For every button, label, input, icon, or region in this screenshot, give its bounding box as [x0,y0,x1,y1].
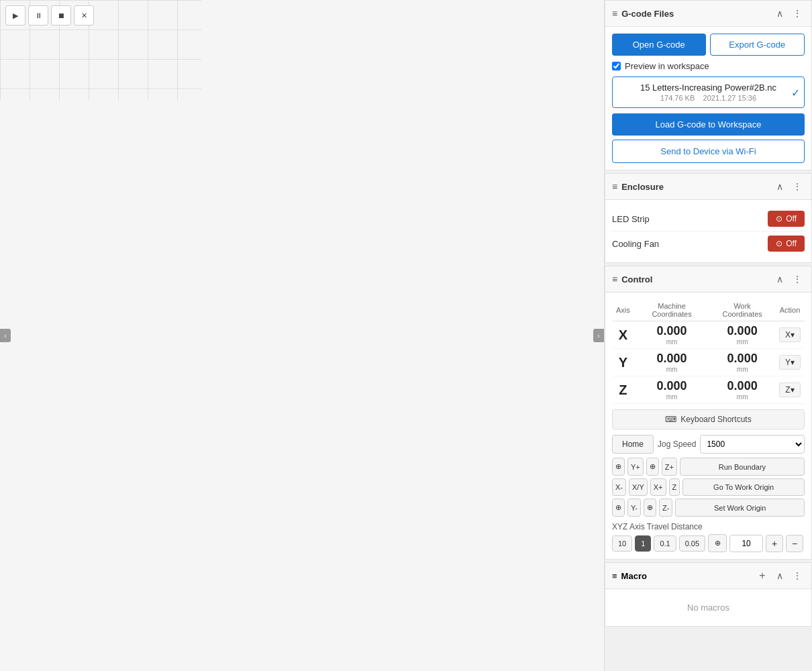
gcode-section-title: G-code Files [621,9,674,19]
preview-checkbox-row: Preview in workspace [612,61,805,71]
jog-row-2: X- X/Y X+ Z Go To Work Origin [612,478,805,496]
file-name: 15 Letters-Increasing Power#2B.nc [619,83,797,93]
axis-label-y: Y [612,349,634,376]
macro-menu-btn[interactable]: ⋮ [790,568,805,583]
fan-state: Off [786,239,797,248]
travel-plus-btn[interactable]: + [766,535,783,552]
macro-collapse-btn[interactable]: ∧ [772,568,787,583]
machine-coord-z: 0.000 mm [634,376,710,404]
load-gcode-button[interactable]: Load G-code to Workspace [612,113,805,136]
axis-label-x: X [612,321,634,349]
jog-circle2-btn[interactable]: ⊕ [646,458,659,476]
close-button[interactable]: ✕ [74,5,94,25]
travel-1-btn[interactable]: 1 [635,535,651,552]
jog-yminus-btn[interactable]: Y- [627,499,641,517]
action-btn-y[interactable]: Y▾ [779,355,801,370]
led-label: LED Strip [612,214,650,224]
control-menu-btn[interactable]: ⋮ [790,272,805,287]
enclosure-section-header[interactable]: ≡ Enclosure ∧ ⋮ [605,174,811,200]
file-size: 174.76 KB [660,94,695,102]
fan-row: Cooling Fan ⊙ Off [612,231,805,256]
travel-circle-btn[interactable]: ⊕ [708,534,727,552]
enclosure-body: LED Strip ⊙ Off Cooling Fan ⊙ Off [605,200,811,262]
gcode-body: Open G-code Export G-code Preview in wor… [605,27,811,170]
machine-coord-x: 0.000 mm [634,321,710,349]
jog-zminus-btn[interactable]: Z- [659,499,672,517]
control-body: Axis Machine Coordinates Work Coordinate… [605,293,811,559]
set-work-origin-btn[interactable]: Set Work Origin [675,499,805,517]
jog-circle4-btn[interactable]: ⊕ [644,499,656,517]
action-y[interactable]: Y▾ [775,349,805,376]
travel-10-btn[interactable]: 10 [612,535,632,552]
travel-minus-btn[interactable]: − [786,535,803,552]
stop-button[interactable]: ⏹ [51,5,71,25]
axis-col-header: Axis [612,299,634,321]
scroll-right-arrow[interactable]: › [593,329,604,342]
control-section-header[interactable]: ≡ Control ∧ ⋮ [605,266,811,293]
send-wifi-button[interactable]: Send to Device via Wi-Fi [612,140,805,163]
enclosure-section: ≡ Enclosure ∧ ⋮ LED Strip ⊙ Off Cooling … [605,173,812,263]
work-col-header: Work Coordinates [709,299,775,321]
go-work-origin-btn[interactable]: Go To Work Origin [682,478,805,496]
gcode-section-header[interactable]: ≡ G-code Files ∧ ⋮ [605,1,811,27]
jog-xy-btn[interactable]: X/Y [629,478,648,496]
gcode-menu-btn[interactable]: ⋮ [790,6,805,21]
gcode-collapse-btn[interactable]: ∧ [772,6,787,21]
jog-zplus-btn[interactable]: Z+ [662,458,677,476]
led-toggle-btn[interactable]: ⊙ Off [768,211,805,227]
export-gcode-button[interactable]: Export G-code [710,34,805,56]
work-coord-y: 0.000 mm [709,349,775,376]
travel-custom-input[interactable] [729,535,763,552]
action-btn-z[interactable]: Z▾ [779,382,800,397]
jog-circle1-btn[interactable]: ⊕ [612,458,625,476]
work-coord-x: 0.000 mm [709,321,775,349]
jog-xminus-btn[interactable]: X- [612,478,626,496]
file-item[interactable]: 15 Letters-Increasing Power#2B.nc 174.76… [612,76,805,108]
enclosure-menu-btn[interactable]: ⋮ [790,179,805,194]
enclosure-icon: ≡ [612,181,617,192]
enclosure-section-title: Enclosure [621,182,664,192]
home-button[interactable]: Home [612,435,654,454]
fan-label: Cooling Fan [612,239,659,249]
jog-yplus-btn[interactable]: Y+ [627,458,644,476]
action-z[interactable]: Z▾ [775,376,805,404]
jog-circle3-btn[interactable]: ⊕ [612,499,625,517]
control-collapse-btn[interactable]: ∧ [772,272,787,287]
open-gcode-button[interactable]: Open G-code [612,34,706,56]
led-toggle-icon: ⊙ [776,214,782,223]
run-boundary-btn[interactable]: Run Boundary [680,458,805,476]
preview-checkbox[interactable] [612,62,621,70]
control-section: ≡ Control ∧ ⋮ Axis Machine Coordinates W… [605,266,812,560]
control-section-title: Control [621,274,652,285]
action-x[interactable]: X▾ [775,321,805,349]
scroll-left-arrow[interactable]: ‹ [0,329,11,342]
kb-shortcuts-button[interactable]: ⌨ Keyboard Shortcuts [612,409,805,429]
gcode-section: ≡ G-code Files ∧ ⋮ Open G-code Export G-… [605,0,812,170]
kb-shortcuts-icon: ⌨ [665,415,676,424]
preview-label: Preview in workspace [625,61,709,71]
control-table: Axis Machine Coordinates Work Coordinate… [612,299,805,404]
toolbar: ▶ ⏸ ⏹ ✕ [5,5,94,25]
jog-z-btn[interactable]: Z [669,478,680,496]
axis-row-z: Z 0.000 mm 0.000 mm Z▾ [612,376,805,404]
file-meta: 174.76 KB 2021.1.27 15:36 [619,94,797,102]
fan-toggle-btn[interactable]: ⊙ Off [768,236,805,252]
travel-label: XYZ Axis Travel Distance [612,522,805,531]
pause-button[interactable]: ⏸ [28,5,48,25]
kb-shortcuts-label: Keyboard Shortcuts [680,415,751,424]
macro-title-label: Macro [621,571,647,581]
macro-add-btn[interactable]: + [755,568,770,583]
travel-005-btn[interactable]: 0.05 [679,535,705,552]
jog-row-3: ⊕ Y- ⊕ Z- Set Work Origin [612,499,805,517]
action-col-header: Action [775,299,805,321]
play-button[interactable]: ▶ [5,5,26,25]
enclosure-collapse-btn[interactable]: ∧ [772,179,787,194]
axis-row-y: Y 0.000 mm 0.000 mm Y▾ [612,349,805,376]
travel-row: 10 1 0.1 0.05 ⊕ + − [612,534,805,552]
led-state: Off [786,214,797,223]
action-btn-x[interactable]: X▾ [779,327,801,342]
gcode-icon: ≡ [612,8,617,19]
travel-01-btn[interactable]: 0.1 [654,535,676,552]
jog-speed-select[interactable]: 1500 500 100 50 10 [700,435,805,454]
jog-xplus-btn[interactable]: X+ [650,478,666,496]
